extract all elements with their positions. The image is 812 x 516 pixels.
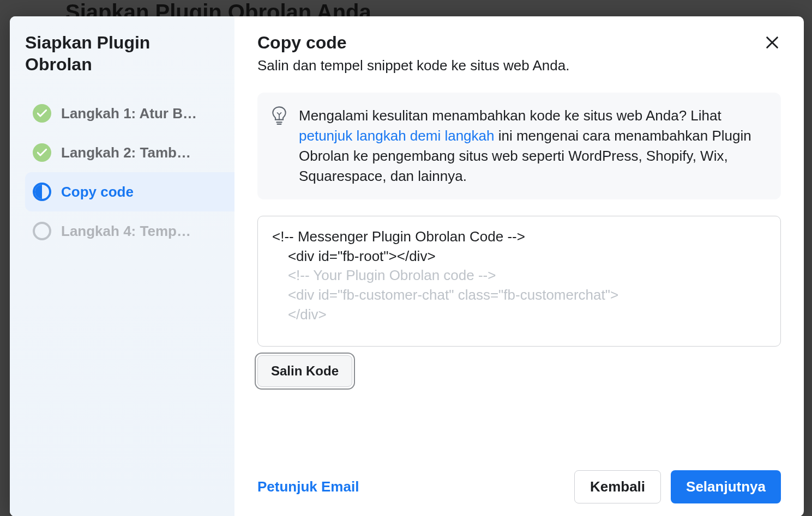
tip-text: Mengalami kesulitan menambahkan kode ke … <box>299 106 765 186</box>
email-instructions-link[interactable]: Petunjuk Email <box>257 478 359 495</box>
page-subtitle: Salin dan tempel snippet kode ke situs w… <box>257 57 781 74</box>
next-button[interactable]: Selanjutnya <box>671 470 781 503</box>
step-list: Langkah 1: Atur B… Langkah 2: Tamb… Copy… <box>25 94 234 251</box>
step-label: Langkah 2: Tamb… <box>61 144 191 161</box>
sidebar-title: Siapkan Plugin Obrolan <box>25 32 234 75</box>
page-title: Copy code <box>257 33 781 53</box>
lightbulb-icon <box>272 106 287 124</box>
back-button[interactable]: Kembali <box>574 470 661 503</box>
footer-button-group: Kembali Selanjutnya <box>574 470 781 503</box>
close-button[interactable] <box>760 31 784 54</box>
close-icon <box>765 35 780 50</box>
main-panel: Copy code Salin dan tempel snippet kode … <box>234 16 804 516</box>
code-snippet-box[interactable]: <!-- Messenger Plugin Obrolan Code --> <… <box>257 216 781 347</box>
code-line: <!-- Your Plugin Obrolan code --> <box>272 266 766 286</box>
step-label: Copy code <box>61 184 134 201</box>
tip-box: Mengalami kesulitan menambahkan kode ke … <box>257 93 781 199</box>
code-line: </div> <box>272 305 766 325</box>
step-1[interactable]: Langkah 1: Atur B… <box>25 94 234 133</box>
code-line: <div id="fb-customer-chat" class="fb-cus… <box>272 286 766 305</box>
instructions-link[interactable]: petunjuk langkah demi langkah <box>299 128 494 144</box>
code-line: <div id="fb-root"></div> <box>272 247 766 266</box>
step-label: Langkah 1: Atur B… <box>61 105 197 122</box>
empty-circle-icon <box>33 222 51 240</box>
check-icon <box>33 143 51 162</box>
wizard-sidebar: Siapkan Plugin Obrolan Langkah 1: Atur B… <box>10 16 234 516</box>
half-circle-icon <box>33 183 51 201</box>
step-4[interactable]: Langkah 4: Temp… <box>25 211 234 251</box>
copy-code-button[interactable]: Salin Kode <box>257 355 352 387</box>
step-label: Langkah 4: Temp… <box>61 223 191 240</box>
step-3-current[interactable]: Copy code <box>25 172 234 211</box>
check-icon <box>33 104 51 123</box>
modal-footer: Petunjuk Email Kembali Selanjutnya <box>257 470 781 503</box>
tip-text-before: Mengalami kesulitan menambahkan kode ke … <box>299 107 721 124</box>
code-line: <!-- Messenger Plugin Obrolan Code --> <box>272 227 766 247</box>
step-2[interactable]: Langkah 2: Tamb… <box>25 133 234 172</box>
setup-modal: Siapkan Plugin Obrolan Langkah 1: Atur B… <box>10 16 804 516</box>
